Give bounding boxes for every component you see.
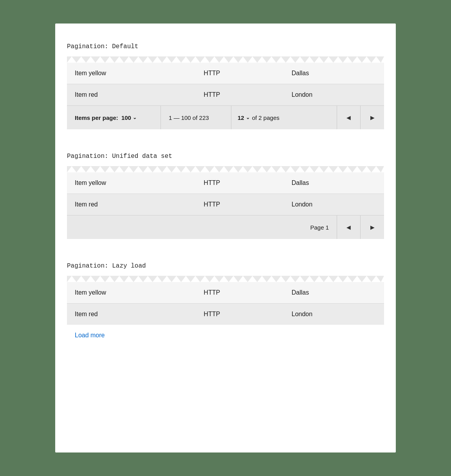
cell-item-name: Item yellow: [67, 63, 196, 84]
cell-location: London: [284, 304, 384, 325]
pagination-default: Items per page: 100 ⌄ 1 — 100 of 223 12 …: [67, 105, 384, 129]
zigzag-border-unified: [67, 166, 384, 172]
cell-item-name: Item red: [67, 304, 196, 325]
zigzag-border-default: [67, 56, 384, 63]
prev-icon: ◀: [346, 224, 351, 230]
cell-location: Dallas: [284, 172, 384, 194]
table-row: Item red HTTP London: [67, 194, 384, 215]
table-row: Item yellow HTTP Dallas: [67, 63, 384, 84]
page-dropdown-icon: ⌄: [246, 115, 250, 120]
prev-icon: ◀: [346, 114, 351, 121]
section-title-default: Pagination: Default: [67, 43, 384, 50]
pagination-unified: Page 1 ◀ ▶: [67, 215, 384, 239]
pagination-range: 1 — 100 of 223: [161, 106, 231, 129]
cell-protocol: HTTP: [196, 63, 283, 84]
cell-location: Dallas: [284, 282, 384, 304]
next-page-button[interactable]: ▶: [361, 106, 384, 129]
table-row: Item red HTTP London: [67, 84, 384, 106]
section-title-unified: Pagination: Unified data set: [67, 153, 384, 160]
cell-location: Dallas: [284, 63, 384, 84]
data-table-unified: Item yellow HTTP Dallas Item red HTTP Lo…: [67, 172, 384, 215]
table-row: Item yellow HTTP Dallas: [67, 172, 384, 194]
load-more-button[interactable]: Load more: [75, 328, 105, 343]
cell-item-name: Item red: [67, 84, 196, 106]
current-page-number[interactable]: 12 ⌄: [238, 114, 250, 121]
page-label: Page 1: [67, 215, 337, 239]
cell-protocol: HTTP: [196, 84, 283, 106]
cell-protocol: HTTP: [196, 172, 283, 194]
data-table-default: Item yellow HTTP Dallas Item red HTTP Lo…: [67, 63, 384, 105]
items-per-page-label: Items per page:: [75, 114, 118, 121]
pagination-page-select[interactable]: 12 ⌄ of 2 pages: [231, 106, 337, 129]
table-row: Item red HTTP London: [67, 304, 384, 325]
cell-protocol: HTTP: [196, 282, 283, 304]
cell-protocol: HTTP: [196, 194, 283, 215]
prev-page-button[interactable]: ◀: [337, 106, 361, 129]
table-wrapper-default: Item yellow HTTP Dallas Item red HTTP Lo…: [67, 56, 384, 129]
section-unified: Pagination: Unified data set Item yellow…: [55, 145, 396, 255]
table-row: Item yellow HTTP Dallas: [67, 282, 384, 304]
next-icon: ▶: [370, 114, 375, 121]
table-wrapper-lazyload: Item yellow HTTP Dallas Item red HTTP Lo…: [67, 276, 384, 325]
chevron-down-icon: ⌄: [133, 115, 137, 120]
items-per-page-control[interactable]: Items per page: 100 ⌄: [67, 106, 161, 129]
prev-page-button[interactable]: ◀: [337, 215, 361, 239]
cell-location: London: [284, 84, 384, 106]
section-default: Pagination: Default Item yellow HTTP Dal…: [55, 35, 396, 145]
table-wrapper-unified: Item yellow HTTP Dallas Item red HTTP Lo…: [67, 166, 384, 239]
items-per-page-value: 100: [121, 114, 131, 121]
section-lazyload: Pagination: Lazy load Item yellow HTTP D…: [55, 255, 396, 358]
page-container: Pagination: Default Item yellow HTTP Dal…: [55, 24, 396, 452]
items-per-page-dropdown[interactable]: 100 ⌄: [121, 114, 137, 121]
total-pages-label: of 2 pages: [252, 114, 280, 121]
next-icon: ▶: [370, 224, 375, 230]
cell-location: London: [284, 194, 384, 215]
next-page-button[interactable]: ▶: [361, 215, 384, 239]
zigzag-border-lazyload: [67, 276, 384, 282]
cell-item-name: Item red: [67, 194, 196, 215]
cell-item-name: Item yellow: [67, 282, 196, 304]
cell-item-name: Item yellow: [67, 172, 196, 194]
section-title-lazyload: Pagination: Lazy load: [67, 262, 384, 270]
cell-protocol: HTTP: [196, 304, 283, 325]
data-table-lazyload: Item yellow HTTP Dallas Item red HTTP Lo…: [67, 282, 384, 325]
